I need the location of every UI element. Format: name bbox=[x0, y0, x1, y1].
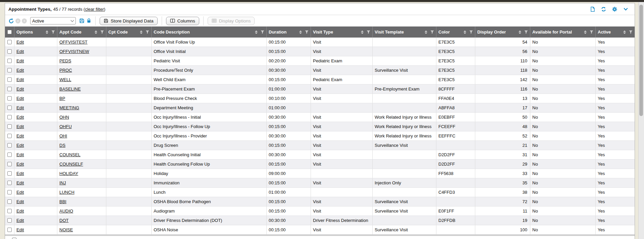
row-checkbox[interactable] bbox=[7, 171, 12, 176]
column-header-available_for_portal[interactable]: Available for Portal bbox=[530, 26, 596, 38]
edit-link[interactable]: Edit bbox=[16, 86, 24, 92]
sort-icon[interactable] bbox=[255, 31, 258, 34]
row-checkbox[interactable] bbox=[7, 68, 12, 72]
column-header-cpt_code[interactable]: Cpt Code bbox=[106, 26, 152, 38]
row-checkbox[interactable] bbox=[7, 134, 12, 138]
appt-code-link[interactable]: COUNSEL bbox=[59, 152, 80, 157]
edit-link[interactable]: Edit bbox=[16, 115, 24, 120]
sort-icon[interactable] bbox=[584, 31, 587, 34]
row-checkbox[interactable] bbox=[7, 153, 12, 157]
appt-code-link[interactable]: INJ bbox=[59, 180, 66, 185]
new-document-icon[interactable] bbox=[590, 6, 595, 12]
columns-button[interactable]: Columns bbox=[166, 17, 199, 25]
edit-link[interactable]: Edit bbox=[16, 143, 24, 148]
column-header-visit_template[interactable]: Visit Template bbox=[373, 26, 436, 38]
filter-icon[interactable] bbox=[100, 31, 104, 34]
vertical-scrollbar[interactable] bbox=[638, 2, 644, 239]
row-checkbox[interactable] bbox=[7, 59, 12, 63]
row-checkbox[interactable] bbox=[7, 218, 12, 223]
row-checkbox[interactable] bbox=[7, 199, 12, 204]
clear-filter-link[interactable]: clear filter bbox=[85, 7, 104, 12]
edit-link[interactable]: Edit bbox=[16, 180, 24, 185]
filter-icon[interactable] bbox=[629, 31, 633, 34]
appt-code-link[interactable]: OFFVISITNEW bbox=[59, 49, 89, 54]
appt-code-link[interactable]: OFFVISITEST bbox=[59, 40, 88, 45]
row-checkbox[interactable] bbox=[7, 96, 12, 101]
filter-icon[interactable] bbox=[590, 31, 593, 34]
row-checkbox[interactable] bbox=[12, 238, 16, 239]
edit-link[interactable]: Edit bbox=[16, 133, 24, 138]
sort-icon[interactable] bbox=[623, 31, 626, 34]
filter-icon[interactable] bbox=[367, 31, 370, 34]
edit-link[interactable]: Edit bbox=[16, 208, 24, 214]
edit-link[interactable]: Edit bbox=[16, 49, 24, 54]
filter-icon[interactable] bbox=[305, 31, 309, 34]
appt-code-link[interactable]: BP bbox=[59, 96, 65, 101]
column-header-select[interactable] bbox=[5, 26, 14, 38]
column-header-active[interactable]: Active bbox=[596, 26, 635, 38]
appt-code-link[interactable]: OHN bbox=[59, 115, 69, 120]
filter-icon[interactable] bbox=[146, 31, 149, 34]
collapse-chevron-icon[interactable] bbox=[623, 7, 629, 12]
save-icon[interactable] bbox=[79, 18, 85, 23]
store-displayed-data-button[interactable]: Store Displayed Data bbox=[100, 17, 158, 25]
sort-icon[interactable] bbox=[299, 31, 302, 34]
row-checkbox[interactable] bbox=[7, 49, 12, 54]
appt-code-link[interactable]: WELL bbox=[59, 77, 71, 82]
edit-link[interactable]: Edit bbox=[16, 96, 24, 101]
column-header-appt_code[interactable]: Appt Code bbox=[57, 26, 106, 38]
nav-back-icon[interactable]: ‹ bbox=[15, 18, 20, 23]
appt-code-link[interactable]: PEDS bbox=[59, 58, 71, 63]
row-checkbox[interactable] bbox=[7, 87, 12, 91]
edit-link[interactable]: Edit bbox=[16, 152, 24, 157]
edit-link[interactable]: Edit bbox=[16, 40, 24, 45]
appt-code-link[interactable]: OHI bbox=[59, 133, 67, 138]
row-checkbox[interactable] bbox=[7, 77, 12, 82]
appt-code-link[interactable]: PROC bbox=[59, 68, 72, 73]
appt-code-link[interactable]: BBI bbox=[59, 199, 66, 204]
edit-link[interactable]: Edit bbox=[16, 58, 24, 63]
column-header-visit_type[interactable]: Visit Type bbox=[311, 26, 373, 38]
sort-icon[interactable] bbox=[95, 31, 97, 34]
sort-icon[interactable] bbox=[361, 31, 364, 34]
column-header-code_description[interactable]: Code Description bbox=[152, 26, 267, 38]
edit-link[interactable]: Edit bbox=[16, 218, 24, 223]
undo-icon[interactable] bbox=[8, 18, 14, 24]
appt-code-link[interactable]: HOLIDAY bbox=[59, 171, 78, 176]
sort-icon[interactable] bbox=[46, 31, 48, 34]
column-header-color[interactable]: Color bbox=[436, 26, 475, 38]
filter-icon[interactable] bbox=[469, 31, 473, 34]
row-checkbox[interactable] bbox=[7, 228, 12, 232]
row-checkbox[interactable] bbox=[7, 209, 12, 213]
appt-code-link[interactable]: COUNSELF bbox=[59, 162, 83, 167]
column-header-options[interactable]: Options bbox=[14, 26, 57, 38]
edit-link[interactable]: Edit bbox=[16, 162, 24, 167]
appt-code-link[interactable]: LUNCH bbox=[59, 190, 74, 195]
filter-select[interactable]: Active bbox=[30, 17, 76, 24]
edit-link[interactable]: Edit bbox=[16, 199, 24, 204]
edit-link[interactable]: Edit bbox=[16, 227, 24, 232]
scrollbar-thumb[interactable] bbox=[639, 5, 643, 116]
sort-icon[interactable] bbox=[140, 31, 143, 34]
filter-icon[interactable] bbox=[524, 31, 528, 34]
settings-gear-icon[interactable] bbox=[612, 6, 618, 12]
appt-code-link[interactable]: DS bbox=[59, 143, 65, 148]
select-all-checkbox[interactable] bbox=[7, 30, 12, 34]
edit-link[interactable]: Edit bbox=[16, 77, 24, 82]
sort-icon[interactable] bbox=[425, 31, 427, 34]
column-header-display_order[interactable]: Display Order bbox=[475, 26, 530, 38]
row-checkbox[interactable] bbox=[7, 143, 12, 147]
row-checkbox[interactable] bbox=[7, 190, 12, 194]
filter-icon[interactable] bbox=[261, 31, 264, 34]
lock-icon[interactable] bbox=[87, 18, 91, 23]
edit-link[interactable]: Edit bbox=[16, 124, 24, 129]
edit-link[interactable]: Edit bbox=[16, 105, 24, 110]
appt-code-link[interactable]: DOT bbox=[59, 218, 68, 223]
sort-icon[interactable] bbox=[464, 31, 466, 34]
row-checkbox[interactable] bbox=[7, 124, 12, 129]
row-checkbox[interactable] bbox=[7, 181, 12, 185]
row-checkbox[interactable] bbox=[7, 115, 12, 119]
sort-icon[interactable] bbox=[519, 31, 521, 34]
row-checkbox[interactable] bbox=[7, 106, 12, 110]
refresh-icon[interactable] bbox=[601, 6, 606, 12]
